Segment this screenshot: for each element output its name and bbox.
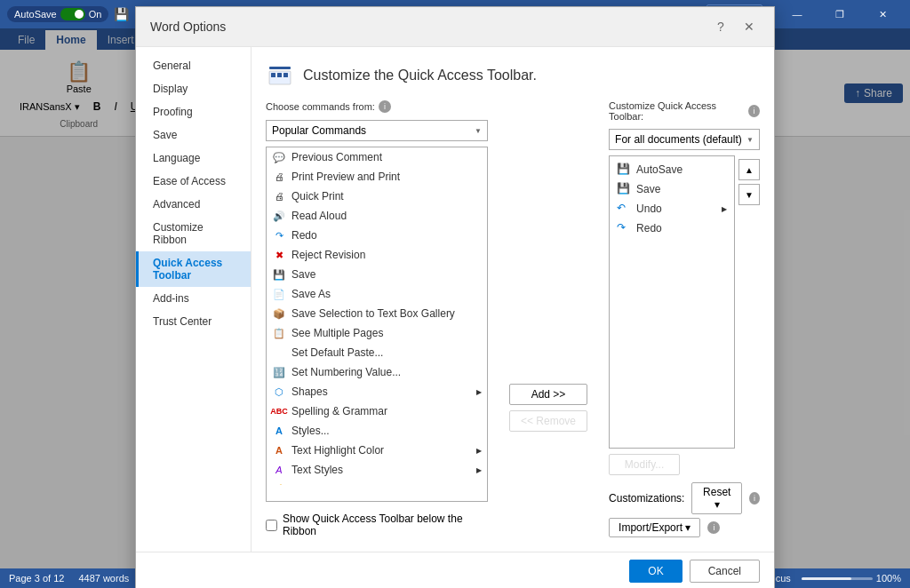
- content-title-text: Customize the Quick Access Toolbar.: [303, 68, 537, 83]
- customize-dropdown[interactable]: For all documents (default) ▼: [609, 129, 760, 137]
- autosave-knob: [75, 10, 84, 19]
- svg-rect-0: [269, 67, 291, 69]
- autosave-label: AutoSave: [14, 9, 57, 20]
- modal-body: General Display Proofing Save Language E…: [136, 47, 774, 137]
- modal-main-content: Customize the Quick Access Toolbar. Choo…: [251, 47, 774, 137]
- svg-rect-4: [283, 73, 288, 77]
- customize-dropdown-arrow: ▼: [746, 136, 754, 138]
- modal-overlay: Word Options ? ✕ General Display Proofin…: [0, 28, 910, 137]
- maximize-button[interactable]: ❐: [819, 0, 860, 28]
- content-title: Customize the Quick Access Toolbar.: [266, 61, 760, 90]
- modal-controls: ? ✕: [710, 16, 760, 37]
- nav-sidebar: General Display Proofing Save Language E…: [136, 47, 251, 137]
- autosave-state: On: [89, 9, 102, 20]
- two-column-layout: Choose commands from: i Popular Commands…: [266, 100, 760, 137]
- close-button[interactable]: ✕: [862, 0, 903, 28]
- nav-save[interactable]: Save: [136, 123, 251, 137]
- customize-value: For all documents (default): [615, 133, 742, 137]
- nav-general[interactable]: General: [136, 54, 251, 77]
- customize-info[interactable]: i: [748, 105, 760, 117]
- left-column: Choose commands from: i Popular Commands…: [266, 100, 488, 137]
- window-controls: — ❐ ✕: [777, 0, 903, 28]
- nav-display[interactable]: Display: [136, 77, 251, 100]
- choose-commands-value: Popular Commands: [272, 124, 366, 137]
- modal-close-button[interactable]: ✕: [738, 16, 760, 37]
- modal-titlebar: Word Options ? ✕: [136, 7, 774, 47]
- word-options-modal: Word Options ? ✕ General Display Proofin…: [135, 6, 775, 137]
- choose-commands-info[interactable]: i: [379, 100, 391, 113]
- autosave-badge[interactable]: AutoSave On: [7, 6, 108, 22]
- nav-proofing[interactable]: Proofing: [136, 100, 251, 123]
- save-icon[interactable]: 💾: [114, 7, 129, 21]
- choose-commands-dropdown[interactable]: Popular Commands ▼: [266, 120, 488, 137]
- dropdown-arrow-icon: ▼: [475, 127, 482, 135]
- choose-commands-label: Choose commands from: i: [266, 100, 488, 113]
- right-column: Customize Quick Access Toolbar: i For al…: [609, 100, 760, 137]
- customize-label: Customize Quick Access Toolbar: i: [609, 100, 760, 122]
- minimize-button[interactable]: —: [777, 0, 818, 28]
- svg-rect-3: [277, 73, 282, 77]
- modal-title: Word Options: [150, 20, 226, 34]
- modal-help-button[interactable]: ?: [710, 16, 731, 37]
- autosave-toggle[interactable]: [60, 8, 85, 20]
- toolbar-icon: [266, 61, 294, 90]
- svg-rect-2: [271, 73, 275, 77]
